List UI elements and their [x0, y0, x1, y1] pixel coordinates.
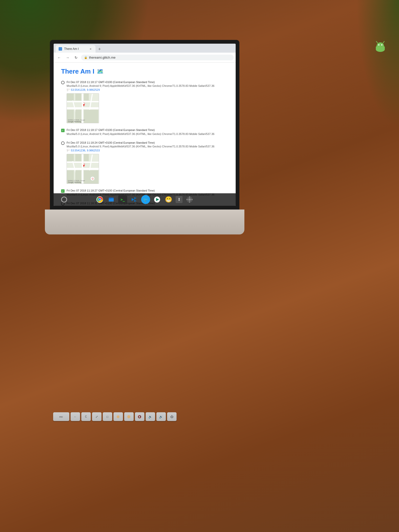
- plant-overlay-right: [349, 0, 399, 150]
- key-bright-up[interactable]: 🔆: [124, 412, 134, 421]
- address-bar: ← → ↻ 🔒 thereami.glitch.me: [54, 53, 236, 63]
- key-window[interactable]: □: [103, 412, 112, 421]
- entry-4-timestamp: Fri Dec 07 2018 11:18:27 GMT+0100 (Centr…: [67, 189, 214, 193]
- list-item: ✓ Fri Dec 07 2018 11:18:17 GMT+0100 (Cen…: [61, 128, 228, 136]
- svg-point-4: [381, 44, 383, 46]
- taskbar-vscode-icon[interactable]: [130, 195, 139, 204]
- android-icon: [374, 40, 387, 52]
- key-mute[interactable]: 🔇: [135, 412, 144, 421]
- keyboard-area: esc ← C ⤢ □ 🔅 🔆 🔇 🔉 🔊 ⏻: [42, 412, 187, 452]
- svg-text:DE/BKG (©2009), Google: DE/BKG (©2009), Google: [68, 119, 85, 121]
- reload-button[interactable]: ↻: [73, 54, 80, 61]
- svg-point-64: [189, 197, 190, 198]
- entry-3-header: Fri Dec 07 2018 11:18:24 GMT+0100 (Centr…: [61, 141, 228, 152]
- lock-icon: 🔒: [84, 56, 88, 59]
- svg-line-6: [383, 41, 384, 43]
- svg-text:Google Hamburg: Google Hamburg: [68, 121, 81, 123]
- key-power[interactable]: ⏻: [167, 412, 177, 421]
- bullet-check-4: ✓: [61, 189, 65, 193]
- key-esc[interactable]: esc: [53, 412, 69, 421]
- svg-rect-9: [378, 47, 380, 50]
- svg-text:Google Hamburg: Google Hamburg: [68, 181, 81, 183]
- taskbar-files-icon[interactable]: [107, 195, 116, 204]
- svg-rect-14: [82, 94, 83, 123]
- entry-1-useragent: Mozilla/5.0 (Linux; Android 9; Pixel) Ap…: [67, 84, 214, 88]
- tab-close-button[interactable]: ✕: [89, 47, 93, 51]
- svg-point-57: [99, 198, 101, 201]
- entry-3-useragent: Mozilla/5.0 (Linux; Android 9; Pixel) Ap…: [67, 145, 214, 148]
- entry-3-timestamp: Fri Dec 07 2018 11:18:24 GMT+0100 (Centr…: [67, 141, 214, 145]
- tab-title: There Am I: [64, 47, 79, 51]
- svg-rect-29: [82, 154, 83, 184]
- active-tab[interactable]: There Am I ✕: [56, 45, 96, 53]
- svg-rect-22: [84, 110, 98, 123]
- taskbar-text-icon[interactable]: I: [176, 196, 183, 203]
- taskbar-settings-icon[interactable]: [185, 195, 194, 204]
- key-fullscreen[interactable]: ⤢: [92, 412, 101, 421]
- forward-button[interactable]: →: [64, 54, 71, 61]
- page-content: There Am I 🗺️ Fri Dec 07 2018 11:18:17 G…: [54, 63, 236, 206]
- key-vol-up[interactable]: 🔊: [156, 412, 166, 421]
- key-reload[interactable]: C: [81, 412, 91, 421]
- svg-rect-8: [384, 46, 385, 50]
- page-title-flag: 🗺️: [97, 68, 103, 75]
- svg-rect-34: [84, 154, 89, 161]
- svg-rect-10: [381, 47, 382, 50]
- entry-2-header: ✓ Fri Dec 07 2018 11:18:17 GMT+0100 (Cen…: [61, 128, 228, 136]
- entry-1-coords: 🏳️ 53.5541228, 9.9862529: [67, 88, 214, 92]
- list-item: Fri Dec 07 2018 11:18:17 GMT+0100 (Centr…: [61, 80, 228, 123]
- url-text: thereami.glitch.me: [89, 56, 115, 59]
- svg-rect-32: [67, 154, 74, 161]
- svg-point-63: [188, 198, 191, 201]
- entry-2-text: Fri Dec 07 2018 11:18:17 GMT+0100 (Centr…: [67, 128, 214, 136]
- key-back[interactable]: ←: [71, 412, 80, 421]
- entry-1-header: Fri Dec 07 2018 11:18:17 GMT+0100 (Centr…: [61, 80, 228, 92]
- entry-3-coords: 🏳️ 53.5541236, 9.9862533: [67, 149, 214, 152]
- taskbar-chrome-icon[interactable]: [95, 195, 104, 204]
- map-svg-3: Q Google Hamburg DE/BKG (©2009), Google: [67, 154, 99, 184]
- new-tab-button[interactable]: +: [96, 46, 103, 53]
- page-title-text: There Am I: [61, 68, 94, 75]
- svg-rect-60: [109, 198, 111, 199]
- svg-rect-33: [75, 154, 81, 161]
- svg-rect-18: [75, 94, 81, 101]
- bullet-open-1: [61, 81, 65, 84]
- svg-rect-59: [109, 199, 114, 202]
- svg-rect-17: [67, 94, 74, 101]
- taskbar-play-icon[interactable]: [153, 195, 162, 204]
- page-title: There Am I 🗺️: [61, 68, 228, 75]
- svg-rect-19: [84, 94, 89, 101]
- list-item: Fri Dec 07 2018 11:18:24 GMT+0100 (Centr…: [61, 141, 228, 184]
- entry-1-timestamp: Fri Dec 07 2018 11:18:17 GMT+0100 (Centr…: [67, 80, 214, 84]
- url-bar[interactable]: 🔒 thereami.glitch.me: [81, 55, 234, 60]
- location-list: Fri Dec 07 2018 11:18:17 GMT+0100 (Centr…: [61, 80, 228, 206]
- svg-point-66: [187, 199, 188, 200]
- svg-text:Q: Q: [92, 177, 94, 180]
- key-bright-down[interactable]: 🔅: [113, 412, 123, 421]
- mini-map-3: Q Google Hamburg DE/BKG (©2009), Google: [67, 154, 99, 184]
- entry-2-timestamp: Fri Dec 07 2018 11:18:17 GMT+0100 (Centr…: [67, 128, 214, 132]
- back-button[interactable]: ←: [56, 54, 63, 61]
- entry-1-text: Fri Dec 07 2018 11:18:17 GMT+0100 (Centr…: [67, 80, 214, 92]
- tab-favicon: [59, 47, 62, 51]
- svg-point-23: [83, 103, 85, 104]
- bullet-open-3: [61, 141, 65, 145]
- taskbar: >_ 🐦: [54, 193, 236, 206]
- bullet-check-2: ✓: [61, 129, 65, 132]
- keyboard-row-1: esc ← C ⤢ □ 🔅 🔆 🔇 🔉 🔊 ⏻: [42, 412, 187, 421]
- svg-point-38: [83, 163, 85, 165]
- map-svg-1: Google Hamburg DE/BKG (©2009), Google: [67, 94, 99, 123]
- svg-line-5: [376, 41, 378, 43]
- taskbar-emoji-icon[interactable]: 😁: [164, 195, 173, 204]
- taskbar-twitter-icon[interactable]: 🐦: [141, 195, 150, 204]
- svg-rect-7: [376, 46, 377, 50]
- laptop-base: [45, 210, 244, 234]
- tab-bar: There Am I ✕ +: [54, 44, 236, 53]
- svg-point-3: [378, 44, 380, 46]
- taskbar-terminal-icon[interactable]: >_: [118, 195, 127, 204]
- laptop: There Am I ✕ + ← → ↻ 🔒 thereami.glitch.m…: [50, 40, 239, 234]
- mini-map-1: Google Hamburg DE/BKG (©2009), Google: [67, 93, 99, 123]
- svg-point-65: [189, 202, 190, 203]
- home-indicator: [61, 197, 67, 203]
- key-vol-down[interactable]: 🔉: [146, 412, 155, 421]
